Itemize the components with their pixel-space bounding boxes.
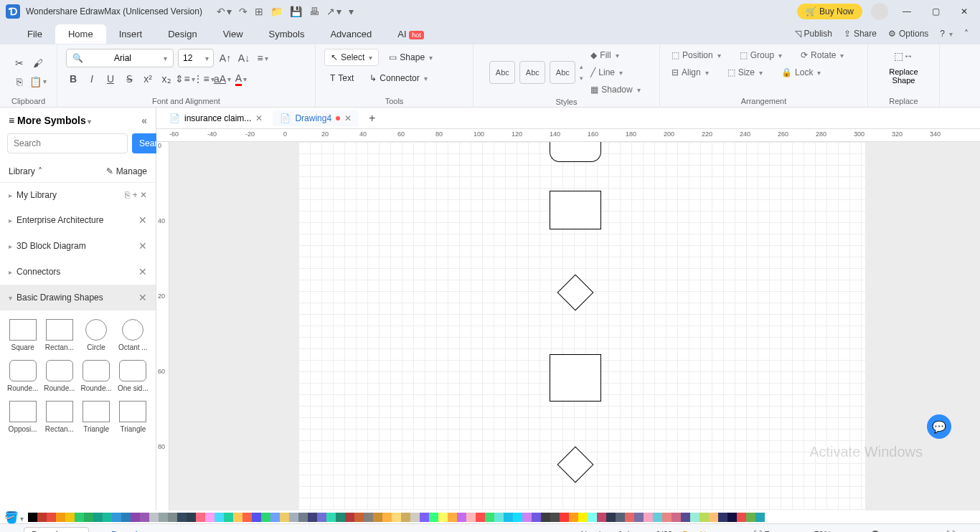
shape-tool[interactable]: ▭ Shape▾ [383,49,438,65]
size-button[interactable]: ⬚ Size▾ [725,66,765,79]
color-swatch[interactable] [485,513,494,522]
color-swatch[interactable] [224,513,233,522]
color-swatch[interactable] [429,513,438,522]
new-icon[interactable]: ⊞ [255,6,263,17]
color-swatch[interactable] [597,513,606,522]
lib-category-2[interactable]: ▸3D Block Diagram✕ [0,233,156,259]
color-swatch[interactable] [354,513,364,522]
bold-icon[interactable]: B [66,72,80,86]
color-swatch[interactable] [699,513,709,522]
clear-format-icon[interactable]: aA▾ [215,72,230,86]
add-tab-button[interactable]: + [362,112,382,125]
color-swatch[interactable] [159,513,168,522]
color-swatch[interactable] [345,513,354,522]
align-button[interactable]: ⊟ Align▾ [669,66,712,79]
save-icon[interactable]: 💾 [290,6,302,17]
bullet-list-icon[interactable]: ⋮≡▾ [197,72,211,86]
font-name-select[interactable]: 🔍 Arial ▾ [66,49,174,67]
color-swatch[interactable] [541,513,550,522]
shape-thumb-0[interactable]: Square [6,316,39,354]
select-tool[interactable]: ↖ Select▾ [324,49,379,66]
page-tab[interactable]: Page-1 [111,530,139,533]
color-swatch[interactable] [560,513,569,522]
color-swatch[interactable] [420,513,429,522]
focus-button[interactable]: ⛶ Focus [753,530,788,533]
color-swatch[interactable] [392,513,401,522]
style-scroll-up[interactable]: ▴ [580,63,583,70]
color-swatch[interactable] [187,513,196,522]
line-spacing-icon[interactable]: ⇕≡▾ [178,72,192,86]
color-swatch[interactable] [513,513,522,522]
publish-button[interactable]: ◹ Publish [795,29,832,39]
color-swatch[interactable] [690,513,699,522]
share-button[interactable]: ⇪ Share [844,29,877,39]
style-preset-2[interactable]: Abc [519,61,545,84]
lib-category-0[interactable]: ▸My Library⎘ + ✕ [0,183,156,207]
shape-thumb-11[interactable]: Triangle [116,398,150,436]
color-swatch[interactable] [112,513,121,522]
color-swatch[interactable] [75,513,84,522]
shape-thumb-3[interactable]: Octant ... [116,316,150,354]
color-swatch[interactable] [382,513,392,522]
color-swatch[interactable] [727,513,737,522]
add-page-button[interactable]: + [98,530,103,533]
replace-shape-icon[interactable]: ⬚↔ [896,49,910,63]
color-swatch[interactable] [131,513,140,522]
strike-icon[interactable]: S̶ [122,72,136,86]
maximize-button[interactable]: ▢ [925,6,946,16]
color-swatch[interactable] [401,513,410,522]
search-input[interactable] [7,133,128,153]
shape-thumb-1[interactable]: Rectan... [42,316,76,354]
color-swatch[interactable] [672,513,681,522]
menu-ai[interactable]: AI hot [385,24,436,44]
page[interactable] [298,142,865,510]
terminator-shape[interactable] [550,142,601,162]
underline-icon[interactable]: U [103,72,118,86]
fill-bucket-icon[interactable]: 🪣▾ [4,510,24,524]
color-swatch[interactable] [504,513,513,522]
redo-icon[interactable]: ↷ [239,6,248,17]
color-swatch[interactable] [532,513,541,522]
color-swatch[interactable] [270,513,280,522]
undo-icon[interactable]: ↶▾ [217,6,232,17]
color-swatch[interactable] [494,513,504,522]
color-swatch[interactable] [634,513,644,522]
shape-thumb-8[interactable]: Opposi... [6,398,39,436]
connector-tool[interactable]: ↳ Connector▾ [364,70,433,86]
color-swatch[interactable] [755,513,765,522]
format-painter-icon[interactable]: 🖌 [31,56,45,70]
color-swatch[interactable] [84,513,93,522]
zoom-out[interactable]: − [842,530,847,533]
color-swatch[interactable] [93,513,103,522]
zoom-in[interactable]: + [931,530,936,533]
print-icon[interactable]: 🖶 [309,6,319,17]
color-swatch[interactable] [252,513,261,522]
shape-thumb-10[interactable]: Triangle [80,398,113,436]
color-swatch[interactable] [242,513,252,522]
color-swatch[interactable] [522,513,532,522]
close-button[interactable]: ✕ [954,6,974,16]
fullscreen-icon[interactable]: ▣ [965,530,973,533]
increase-font-icon[interactable]: A↑ [218,51,232,65]
style-preset-3[interactable]: Abc [550,61,575,84]
collapse-panel-icon[interactable]: « [141,115,147,126]
assistant-fab[interactable]: 💬 [927,414,951,439]
lib-category-3[interactable]: ▸Connectors✕ [0,259,156,285]
color-swatch[interactable] [438,513,448,522]
style-preset-1[interactable]: Abc [489,61,515,84]
color-swatch[interactable] [718,513,727,522]
decrease-font-icon[interactable]: A↓ [237,51,251,65]
color-swatch[interactable] [215,513,224,522]
lib-category-1[interactable]: ▸Enterprise Architecture✕ [0,207,156,233]
font-size-select[interactable]: 12 ▾ [178,49,214,67]
color-swatch[interactable] [56,513,65,522]
process-shape-1[interactable] [550,191,601,229]
cut-icon[interactable]: ✂ [12,56,27,70]
color-swatch[interactable] [317,513,326,522]
color-swatch[interactable] [298,513,308,522]
avatar[interactable] [871,3,888,20]
shadow-button[interactable]: ▦ Shadow▾ [588,83,643,96]
color-swatch[interactable] [261,513,270,522]
color-swatch[interactable] [476,513,485,522]
open-icon[interactable]: 📁 [270,6,283,17]
